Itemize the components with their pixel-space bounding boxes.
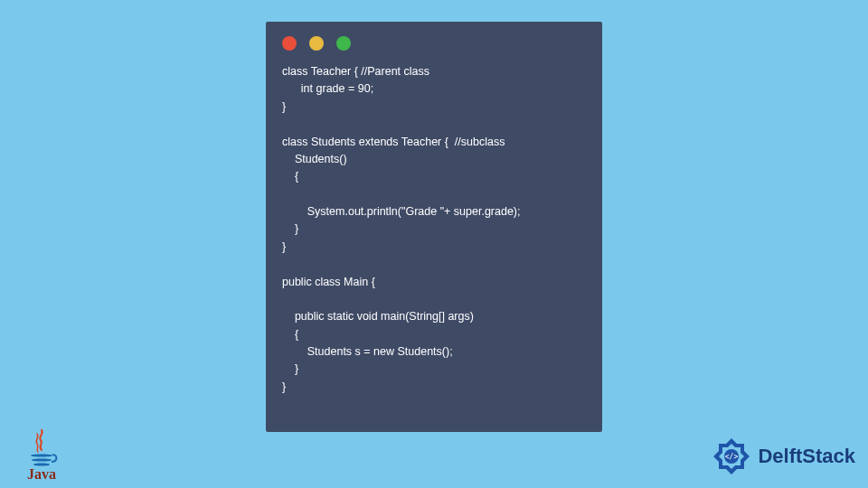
java-label: Java <box>11 466 72 483</box>
java-logo: Java <box>11 428 72 483</box>
close-icon <box>282 36 297 51</box>
window-controls <box>266 22 602 58</box>
code-block: class Teacher { //Parent class int grade… <box>266 58 602 412</box>
delftstack-icon: </> <box>711 436 752 477</box>
svg-text:</>: </> <box>725 453 739 461</box>
delftstack-label: DelftStack <box>758 445 855 468</box>
minimize-icon <box>309 36 324 51</box>
java-cup-icon <box>24 428 60 468</box>
maximize-icon <box>336 36 351 51</box>
delftstack-logo: </> DelftStack <box>711 436 855 477</box>
code-window: class Teacher { //Parent class int grade… <box>266 22 602 432</box>
